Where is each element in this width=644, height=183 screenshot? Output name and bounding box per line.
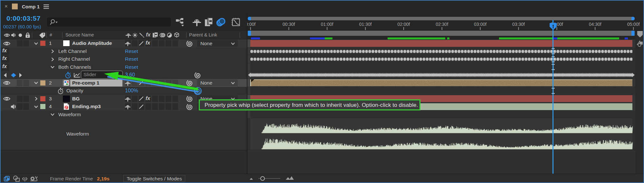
after-effects-timeline-panel: ×Comp 10:00:03:5700237 (60.00 fps)#Sourc… xyxy=(0,0,644,183)
pick-whip-annotation xyxy=(1,1,643,182)
pick-whip-tooltip: Property pick whip (select property from… xyxy=(199,99,420,110)
tooltip-text: Property pick whip (select property from… xyxy=(205,102,418,108)
